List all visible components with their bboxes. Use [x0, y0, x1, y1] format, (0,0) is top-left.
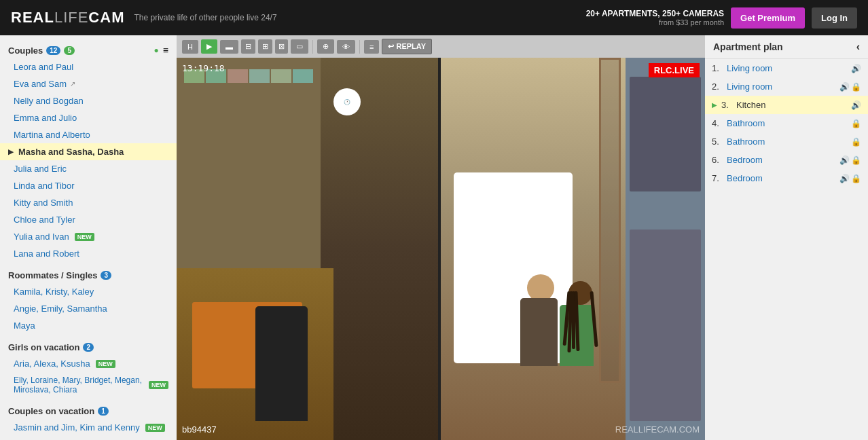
room-arrow-3: ▶: [712, 101, 717, 109]
couples-badge-green: 5: [64, 46, 75, 55]
header: REALLIFECAM The private life of other pe…: [0, 0, 868, 35]
live-badge: RLC.LIVE: [649, 63, 700, 77]
layout2-button[interactable]: ⊟: [241, 39, 255, 54]
ptz-button[interactable]: ⊕: [317, 39, 334, 54]
tagline: The private life of other people live 24…: [134, 13, 585, 22]
main-layout: Couples 12 5 ● ≡ Leora and Paul Eva and …: [0, 35, 868, 440]
collapse-icon[interactable]: ‹: [856, 41, 860, 53]
timestamp: 13:19:18: [182, 63, 225, 73]
lock-icon-2: 🔒: [851, 82, 861, 92]
logo[interactable]: REALLIFECAM: [11, 9, 124, 26]
sidebar-item-nelly-bogdan[interactable]: Nelly and Bogdan: [0, 92, 177, 109]
new-badge: NEW: [75, 233, 94, 241]
couples-badge-blue: 12: [46, 46, 60, 55]
settings-button[interactable]: ≡: [364, 40, 379, 54]
sidebar-item-yulia-ivan[interactable]: Yulia and Ivan NEW: [0, 228, 177, 245]
lock-icon-6: 🔒: [851, 155, 861, 165]
sound-icon-3: 🔊: [851, 100, 861, 110]
section-couples[interactable]: Couples 12 5 ● ≡: [0, 41, 177, 58]
sidebar-item-linda-tibor[interactable]: Linda and Tibor: [0, 177, 177, 194]
layout4-button[interactable]: ⊠: [275, 39, 288, 54]
sidebar-item-martina-alberto[interactable]: Martina and Alberto: [0, 126, 177, 143]
sound-icon-2: 🔊: [839, 82, 850, 92]
get-premium-button[interactable]: Get Premium: [731, 7, 805, 29]
divider2: [359, 40, 360, 54]
sidebar-item-jasmin[interactable]: Jasmin and Jim, Kim and Kenny NEW: [0, 419, 177, 436]
section-roommates-title: Roommates / Singles: [8, 270, 97, 280]
room-item-6[interactable]: 6. Bedroom 🔊 🔒: [705, 151, 868, 169]
apartment-plan-header: Apartment plan ‹: [705, 35, 868, 59]
right-panel: Apartment plan ‹ 1. Living room 🔊 2. Liv…: [705, 35, 868, 440]
section-couples-title: Couples: [8, 45, 43, 56]
new-badge-jasmin: NEW: [145, 424, 165, 432]
section-girls-vacation[interactable]: Girls on vacation 2: [0, 338, 177, 355]
room-icons-4: 🔒: [851, 119, 861, 128]
girls-badge: 2: [83, 343, 94, 352]
section-roommates[interactable]: Roommates / Singles 3: [0, 266, 177, 283]
eye-button[interactable]: 👁: [337, 40, 355, 54]
room-num-4: 4.: [712, 118, 724, 128]
room-num-2: 2.: [712, 81, 724, 92]
sidebar-item-chloe-tyler[interactable]: Chloe and Tyler: [0, 211, 177, 228]
sidebar-item-maya[interactable]: Maya: [0, 317, 177, 334]
sidebar-item-kamila[interactable]: Kamila, Kristy, Kaley: [0, 283, 177, 300]
play-button[interactable]: ▶: [201, 39, 217, 54]
room-num-6: 6.: [712, 155, 724, 165]
header-right: 20+ APARTMENTS, 250+ CAMERAS from $33 pe…: [586, 7, 857, 29]
lock-icon-5: 🔒: [851, 137, 861, 147]
room-icons-3: 🔊: [851, 100, 861, 110]
section-icons: ● ≡: [154, 45, 168, 56]
section-girls-title: Girls on vacation: [8, 342, 79, 352]
layout1-button[interactable]: ▬: [220, 40, 238, 54]
login-button[interactable]: Log In: [812, 7, 857, 29]
sidebar-item-emma-julio[interactable]: Emma and Julio: [0, 109, 177, 126]
sidebar-item-julia-eric[interactable]: Julia and Eric: [0, 160, 177, 177]
sidebar-item-angie[interactable]: Angie, Emily, Samantha: [0, 300, 177, 317]
sidebar-item-aria[interactable]: Aria, Alexa, Ksusha NEW: [0, 355, 177, 372]
sidebar: Couples 12 5 ● ≡ Leora and Paul Eva and …: [0, 35, 177, 440]
apartments-line1: 20+ APARTMENTS, 250+ CAMERAS: [586, 9, 724, 18]
room-name-2: Living room: [727, 81, 837, 92]
room-item-7[interactable]: 7. Bedroom 🔊 🔒: [705, 169, 868, 187]
sidebar-item-lana-robert[interactable]: Lana and Robert: [0, 245, 177, 262]
apartments-line2: from $33 per month: [586, 18, 724, 26]
room-num-7: 7.: [712, 173, 724, 183]
new-badge-aria: NEW: [96, 360, 115, 368]
room-icons-5: 🔒: [851, 137, 861, 147]
online-icon: ●: [154, 45, 159, 55]
room-name-4: Bathroom: [727, 118, 848, 128]
room-num-5: 5.: [712, 136, 724, 147]
room-name-5: Bathroom: [727, 136, 848, 147]
video-container: 🕐: [177, 58, 705, 440]
video-area: H ▶ ▬ ⊟ ⊞ ⊠ ▭ ⊕ 👁 ≡ ↩ REPLAY: [177, 35, 705, 440]
room-item-4[interactable]: 4. Bathroom 🔒: [705, 114, 868, 132]
sidebar-item-elly[interactable]: Elly, Loraine, Mary, Bridget, Megan, Mir…: [0, 372, 177, 398]
room-item-3[interactable]: ▶ 3. Kitchen 🔊: [705, 96, 868, 114]
room-name-7: Bedroom: [727, 173, 837, 183]
sound-icon-6: 🔊: [839, 155, 850, 165]
room-item-1[interactable]: 1. Living room 🔊: [705, 59, 868, 77]
room-icons-7: 🔊 🔒: [839, 174, 861, 183]
divider1: [312, 40, 313, 54]
sidebar-item-kitty-smith[interactable]: Kitty and Smith: [0, 194, 177, 211]
room-num-3: 3.: [721, 100, 734, 110]
cam-id: bb94437: [182, 424, 217, 435]
room-item-5[interactable]: 5. Bathroom 🔒: [705, 132, 868, 151]
video-feed: 🕐: [177, 58, 705, 440]
layout3-button[interactable]: ⊞: [258, 39, 272, 54]
layout5-button[interactable]: ▭: [291, 39, 308, 54]
section-couples-vacation[interactable]: Couples on vacation 1: [0, 402, 177, 419]
hd-button[interactable]: H: [182, 40, 198, 54]
room-icons-2: 🔊 🔒: [839, 82, 861, 92]
replay-button[interactable]: ↩ REPLAY: [382, 39, 432, 54]
sound-icon-7: 🔊: [839, 174, 850, 183]
sidebar-item-masha-sasha[interactable]: ▶ Masha and Sasha, Dasha: [0, 143, 177, 160]
section-couples-vacation-title: Couples on vacation: [8, 406, 94, 416]
room-name-6: Bedroom: [727, 155, 837, 165]
sidebar-item-leora-paul[interactable]: Leora and Paul: [0, 58, 177, 75]
menu-icon[interactable]: ≡: [163, 45, 168, 56]
room-name-1: Living room: [727, 63, 848, 73]
room-item-2[interactable]: 2. Living room 🔊 🔒: [705, 77, 868, 96]
sidebar-item-eva-sam[interactable]: Eva and Sam ↗: [0, 75, 177, 92]
room-icons-6: 🔊 🔒: [839, 155, 861, 165]
